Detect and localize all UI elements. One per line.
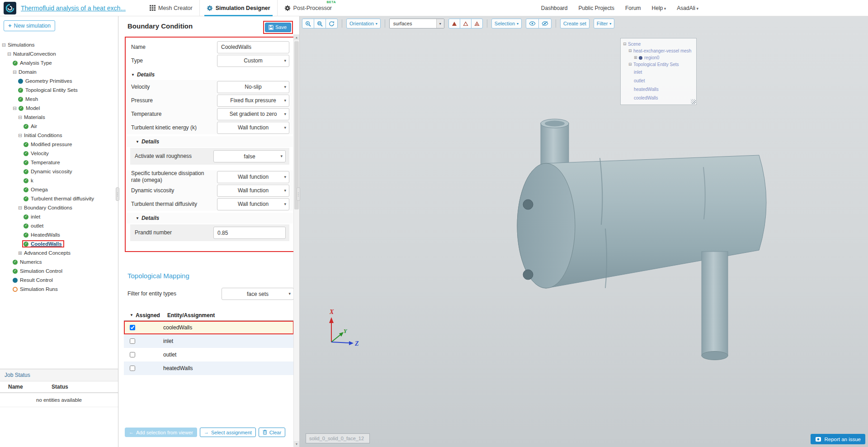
select-dropdown[interactable]: Custom ▾ <box>217 55 289 67</box>
scene-tree-item[interactable]: heatedWalls <box>621 85 696 94</box>
scene-tree-panel[interactable]: Scene heat-exchanger-vessel mesh region0… <box>620 38 697 105</box>
normals-toggle-outline[interactable] <box>460 19 472 29</box>
scene-tree-item[interactable]: outlet <box>621 76 696 85</box>
save-button[interactable]: Save <box>265 23 291 32</box>
selected-face-field[interactable]: solid_0_solid_0_face_12 <box>306 433 370 443</box>
create-set-button[interactable]: Create set <box>560 19 590 29</box>
select-dropdown[interactable]: Wall function ▾ <box>217 122 289 134</box>
select-dropdown[interactable]: false ▾ <box>213 150 286 162</box>
tree-expander-icon[interactable] <box>628 62 633 67</box>
tree-item[interactable]: Modified pressure <box>0 140 118 149</box>
tree-item[interactable]: Materials <box>0 113 118 122</box>
viewer-3d[interactable]: Orientation ▾ surfaces ▼ <box>300 16 868 447</box>
assignment-row[interactable]: heatedWalls <box>124 361 294 375</box>
nav-link[interactable]: Forum <box>625 5 641 11</box>
tree-expander-icon[interactable] <box>634 56 639 60</box>
orientation-dropdown[interactable]: Orientation ▾ <box>346 19 381 29</box>
scene-tree-item[interactable]: heat-exchanger-vessel mesh <box>621 48 696 54</box>
filter-dropdown[interactable]: Filter ▾ <box>594 19 614 29</box>
mapping-action-button[interactable]: ← → Select assignment <box>200 428 256 437</box>
select-dropdown[interactable]: Set gradient to zero ▾ <box>217 108 289 120</box>
header-tab[interactable]: Simulation Designer <box>199 0 277 16</box>
tree-item[interactable]: k <box>0 176 118 185</box>
tree-item[interactable]: Result Control <box>0 276 118 285</box>
scroll-up-arrow[interactable]: ▲ <box>294 34 299 40</box>
assignment-checkbox[interactable] <box>130 338 135 344</box>
header-tab[interactable]: Post-Processor BETA <box>277 0 339 16</box>
text-input[interactable]: CooledWalls <box>217 41 289 53</box>
entity-type-filter-select[interactable]: face sets ▾ <box>222 288 294 300</box>
normals-toggle-mixed[interactable] <box>471 19 483 29</box>
tree-expander-icon[interactable] <box>628 49 633 53</box>
tree-item[interactable]: Model <box>0 104 118 113</box>
scene-tree-item[interactable]: Scene <box>621 41 696 48</box>
scene-tree-item[interactable]: region0 <box>621 54 696 61</box>
scene-tree-item[interactable]: Topological Entity Sets <box>621 61 696 68</box>
viewport-canvas[interactable] <box>300 16 868 447</box>
scroll-down-arrow[interactable]: ▼ <box>294 441 299 447</box>
mapping-action-button[interactable]: ← → Add selection from viewer <box>125 428 197 437</box>
zoom-in-button[interactable] <box>302 19 314 29</box>
assignment-row[interactable]: outlet <box>124 348 294 361</box>
tree-expander-icon[interactable] <box>623 42 628 46</box>
nav-link[interactable]: AsadAli <box>677 5 698 11</box>
header-tab[interactable]: Mesh Creator <box>143 0 199 16</box>
assignment-row[interactable]: inlet <box>124 334 294 348</box>
tree-item[interactable]: Omega <box>0 185 118 194</box>
tree-item[interactable]: NaturalConvection <box>0 49 118 58</box>
sort-caret-icon[interactable]: ▼ <box>130 313 133 317</box>
section-collapse-icon[interactable]: ▼ <box>136 216 139 220</box>
scene-tree-item[interactable]: inlet <box>621 68 696 76</box>
tree-item[interactable]: HeatedWalls <box>0 230 118 239</box>
simscale-logo[interactable] <box>4 2 16 14</box>
outlet-pipe-cap[interactable] <box>702 352 728 360</box>
inlet-pipe[interactable] <box>541 123 569 168</box>
tree-item[interactable]: inlet <box>0 212 118 221</box>
tree-item[interactable]: Simulations <box>0 40 118 49</box>
nav-link[interactable]: Dashboard <box>541 5 568 11</box>
panel-splitter-right[interactable] <box>297 187 300 201</box>
tree-item[interactable]: outlet <box>0 221 118 230</box>
tree-item[interactable]: Domain <box>0 67 118 76</box>
hide-entities-button[interactable] <box>538 19 552 29</box>
select-dropdown[interactable]: Wall function ▾ <box>217 171 289 183</box>
panel-splitter-left[interactable] <box>116 187 119 201</box>
assignment-row[interactable]: cooledWalls <box>124 321 294 334</box>
tree-item[interactable]: Numerics <box>0 257 118 266</box>
tree-item[interactable]: Dynamic viscosity <box>0 167 118 176</box>
zoom-window-button[interactable] <box>314 19 326 29</box>
nav-link[interactable]: Public Projects <box>579 5 614 11</box>
section-collapse-icon[interactable]: ▼ <box>131 73 135 77</box>
tree-item[interactable]: Simulation Runs <box>0 285 118 294</box>
section-collapse-icon[interactable]: ▼ <box>136 140 139 144</box>
tree-item[interactable]: Mesh <box>0 95 118 104</box>
panel-scrollbar[interactable]: ▲ ▼ <box>293 34 299 447</box>
select-dropdown[interactable]: Wall function ▾ <box>217 198 289 210</box>
tree-item[interactable]: Turbulent thermal diffusivity <box>0 194 118 203</box>
tree-item[interactable]: Advanced Concepts <box>0 248 118 257</box>
tree-item[interactable]: Geometry Primitives <box>0 76 118 86</box>
vessel-end-face[interactable] <box>517 163 575 288</box>
select-dropdown[interactable]: No-slip ▾ <box>217 81 289 93</box>
project-title[interactable]: Thermofluid analysis of a heat exch... <box>21 5 128 12</box>
reset-view-button[interactable] <box>326 19 338 29</box>
new-simulation-button[interactable]: + New simulation <box>4 20 55 31</box>
mapping-action-button[interactable]: ← → Clear <box>259 428 285 437</box>
assignment-checkbox[interactable] <box>130 352 135 357</box>
selection-dropdown[interactable]: Selection ▾ <box>491 19 522 29</box>
text-input[interactable]: 0.85 <box>213 227 286 239</box>
normals-toggle-filled[interactable] <box>448 19 460 29</box>
show-entities-button[interactable] <box>526 19 539 29</box>
select-dropdown[interactable]: Fixed flux pressure ▾ <box>217 95 289 107</box>
tree-item[interactable]: Temperature <box>0 158 118 167</box>
scrollbar-thumb[interactable] <box>294 41 299 209</box>
outlet-pipe[interactable] <box>702 252 728 356</box>
tree-item[interactable]: CooledWalls <box>0 239 118 248</box>
scene-tree-item[interactable]: cooledWalls <box>621 94 696 102</box>
tree-item[interactable]: Velocity <box>0 149 118 158</box>
heat-exchanger-model[interactable] <box>517 119 766 360</box>
tree-item[interactable]: Air <box>0 122 118 131</box>
render-mode-select[interactable]: surfaces ▼ <box>389 19 444 29</box>
tree-item[interactable]: Topological Entity Sets <box>0 86 118 95</box>
select-dropdown[interactable]: Wall function ▾ <box>217 185 289 197</box>
